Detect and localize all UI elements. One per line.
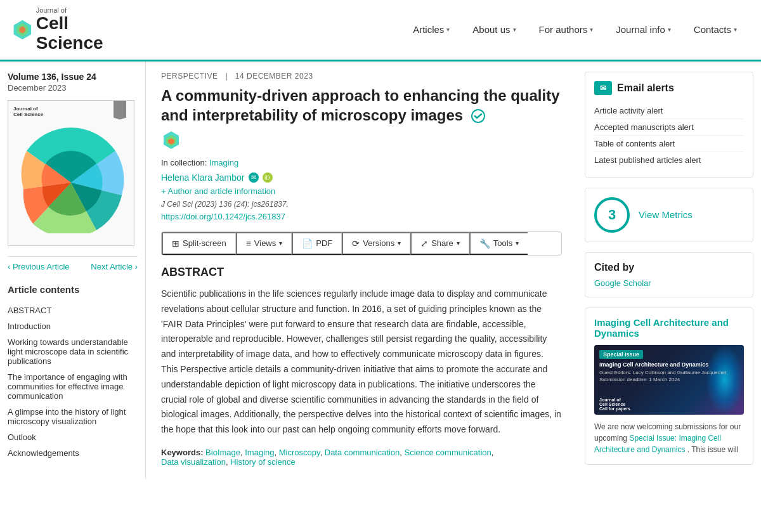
split-screen-icon: ⊞ xyxy=(172,238,179,249)
chevron-down-icon: ▾ xyxy=(516,240,519,247)
toc-item-importance[interactable]: The importance of engaging with communit… xyxy=(8,369,138,404)
prev-article-link[interactable]: ‹ Previous Article xyxy=(8,262,70,271)
prev-next-nav: ‹ Previous Article Next Article › xyxy=(8,256,138,271)
split-screen-button[interactable]: ⊞ Split-screen xyxy=(162,232,236,255)
keywords-label: Keywords: xyxy=(161,448,203,457)
special-img-logo: Journal ofCell ScienceCall for papers xyxy=(599,398,630,411)
nav-articles[interactable]: Articles ▾ xyxy=(401,19,461,40)
chevron-down-icon: ▾ xyxy=(446,26,450,33)
alert-latest-published[interactable]: Latest published articles alert xyxy=(594,152,744,168)
collection-line: In collection: Imaging xyxy=(161,158,562,167)
nav-contacts[interactable]: Contacts ▾ xyxy=(682,19,748,40)
pdf-button[interactable]: 📄 PDF xyxy=(292,232,342,255)
cover-svg xyxy=(17,113,125,233)
views-icon: ≡ xyxy=(246,238,251,249)
publisher-logos xyxy=(161,130,181,150)
keywords-line: Keywords: BioImage, Imaging, Microscopy,… xyxy=(161,448,562,467)
cover-bookmark xyxy=(114,101,126,120)
abstract-text: Scientific publications in the life scie… xyxy=(161,287,562,438)
author-email-icon[interactable]: ✉ xyxy=(249,172,259,183)
abstract-title: ABSTRACT xyxy=(161,266,562,279)
keyword-data-communication[interactable]: Data communication xyxy=(325,448,400,457)
author-line: Helena Klara Jambor ✉ iD xyxy=(161,172,562,183)
toc-item-working-towards[interactable]: Working towards understandable light mic… xyxy=(8,334,138,369)
cover-art xyxy=(8,101,134,245)
article-type: PERSPECTIVE xyxy=(161,72,218,81)
left-sidebar: Volume 136, Issue 24 December 2023 Journ… xyxy=(0,62,146,479)
chevron-down-icon: ▾ xyxy=(734,26,737,33)
logo-area: Journal of Cell Science xyxy=(13,6,120,53)
chevron-down-icon: ▾ xyxy=(668,26,671,33)
chevron-down-icon: ▾ xyxy=(457,240,460,247)
volume-label: Volume 136, Issue 24 xyxy=(8,72,138,82)
toc-item-abstract[interactable]: ABSTRACT xyxy=(8,302,138,318)
chevron-down-icon: ▾ xyxy=(513,26,516,33)
view-metrics-link[interactable]: View Metrics xyxy=(639,209,693,220)
next-article-link[interactable]: Next Article › xyxy=(91,262,138,271)
keyword-history-of-science[interactable]: History of science xyxy=(230,457,296,467)
special-img-deadline: Submission deadline: 1 March 2024 xyxy=(599,377,680,382)
google-scholar-link[interactable]: Google Scholar xyxy=(594,278,744,288)
pdf-icon: 📄 xyxy=(302,238,313,249)
open-access-icon xyxy=(471,109,485,123)
keyword-imaging[interactable]: Imaging xyxy=(245,448,274,457)
orcid-icon[interactable]: iD xyxy=(263,172,273,183)
tools-button[interactable]: 🔧 Tools ▾ xyxy=(469,232,528,255)
collection-link[interactable]: Imaging xyxy=(209,158,238,167)
alert-table-of-contents[interactable]: Table of contents alert xyxy=(594,136,744,152)
alert-article-activity[interactable]: Article activity alert xyxy=(594,103,744,119)
keyword-microscopy[interactable]: Microscopy xyxy=(279,448,320,457)
email-icon: ✉ xyxy=(594,81,612,95)
chevron-down-icon: ▾ xyxy=(279,240,282,247)
keyword-bioimage[interactable]: BioImage xyxy=(205,448,240,457)
toc-item-glimpse[interactable]: A glimpse into the history of light micr… xyxy=(8,404,138,429)
nav-for-authors[interactable]: For authors ▾ xyxy=(528,19,605,40)
tools-icon: 🔧 xyxy=(479,238,490,249)
logo-main-text: Cell Science xyxy=(36,14,120,53)
page-body: Volume 136, Issue 24 December 2023 Journ… xyxy=(0,62,761,479)
email-alerts-title: ✉ Email alerts xyxy=(594,81,744,95)
table-of-contents: ABSTRACT Introduction Working towards un… xyxy=(8,302,138,461)
citation: J Cell Sci (2023) 136 (24): jcs261837. xyxy=(161,200,562,209)
share-icon: ⤢ xyxy=(420,238,428,249)
author-name[interactable]: Helena Klara Jambor xyxy=(161,172,245,183)
special-img-title-text: Imaging Cell Architecture and Dynamics xyxy=(599,361,708,369)
right-panel: ✉ Email alerts Article activity alert Ac… xyxy=(577,62,761,479)
special-issue-image[interactable]: Special Issue Imaging Cell Architecture … xyxy=(594,345,744,415)
doi-link[interactable]: https://doi.org/10.1242/jcs.261837 xyxy=(161,212,285,221)
article-title: A community-driven approach to enhancing… xyxy=(161,86,562,125)
chevron-down-icon: ▾ xyxy=(398,240,401,247)
metrics-count: 3 xyxy=(594,197,630,233)
special-img-editors: Guest Editors: Lucy Collinson and Guilla… xyxy=(599,370,726,375)
views-button[interactable]: ≡ Views ▾ xyxy=(236,232,292,255)
article-toolbar: ⊞ Split-screen ≡ Views ▾ 📄 PDF ⟳ Version… xyxy=(161,231,562,256)
toc-item-introduction[interactable]: Introduction xyxy=(8,318,138,334)
special-img-overlay: Special Issue Imaging Cell Architecture … xyxy=(594,345,744,415)
toc-item-outlook[interactable]: Outlook xyxy=(8,429,138,445)
keyword-science-communication[interactable]: Science communication xyxy=(404,448,491,457)
nav-journal-info[interactable]: Journal info ▾ xyxy=(604,19,682,40)
article-meta: PERSPECTIVE | 14 DECEMBER 2023 xyxy=(161,72,562,81)
publisher-logo-icon xyxy=(161,130,181,150)
main-nav: Articles ▾ About us ▾ For authors ▾ Jour… xyxy=(401,19,748,40)
cover-journal-logo: Journal ofCell Science xyxy=(13,106,43,117)
cover-image[interactable]: Journal ofCell Science xyxy=(8,100,134,246)
main-content: PERSPECTIVE | 14 DECEMBER 2023 A communi… xyxy=(146,62,577,479)
toc-item-acknowledgements[interactable]: Acknowledgements xyxy=(8,445,138,461)
special-issue-box: Imaging Cell Architecture and Dynamics S… xyxy=(585,308,753,465)
special-issue-title: Imaging Cell Architecture and Dynamics xyxy=(594,317,744,339)
keyword-data-visualization[interactable]: Data visualization xyxy=(161,457,226,467)
header: Journal of Cell Science Articles ▾ About… xyxy=(0,0,761,62)
special-issue-badge: Special Issue xyxy=(599,350,643,359)
special-issue-text: We are now welcoming submissions for our… xyxy=(594,421,744,455)
nav-about-us[interactable]: About us ▾ xyxy=(461,19,527,40)
author-info-toggle[interactable]: + Author and article information xyxy=(161,186,562,196)
alert-accepted-manuscripts[interactable]: Accepted manuscripts alert xyxy=(594,119,744,136)
share-button[interactable]: ⤢ Share ▾ xyxy=(410,232,469,255)
versions-button[interactable]: ⟳ Versions ▾ xyxy=(342,232,410,255)
cited-by-box: Cited by Google Scholar xyxy=(585,252,753,297)
article-contents-title: Article contents xyxy=(8,284,138,295)
versions-icon: ⟳ xyxy=(352,238,360,249)
journal-logo-icon xyxy=(13,16,32,43)
cited-by-title: Cited by xyxy=(594,262,744,273)
